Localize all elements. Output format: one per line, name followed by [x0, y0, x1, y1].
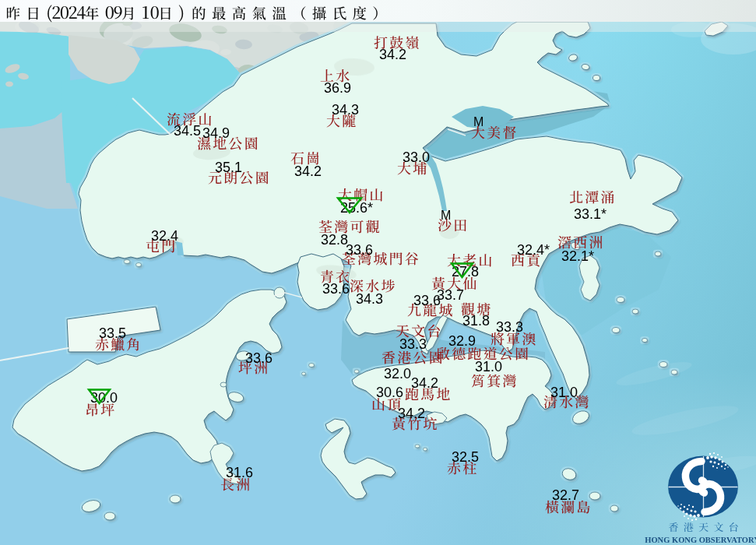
svg-text:32.8: 32.8	[321, 232, 348, 248]
svg-text:34.2: 34.2	[398, 406, 425, 421]
svg-text:33.3: 33.3	[399, 336, 427, 352]
svg-text:31.8: 31.8	[462, 313, 490, 329]
svg-text:31.6: 31.6	[226, 465, 253, 480]
svg-text:33.6: 33.6	[245, 350, 273, 366]
svg-text:33.0: 33.0	[403, 149, 430, 165]
svg-text:32.4*: 32.4*	[517, 242, 550, 258]
svg-text:30.6: 30.6	[376, 385, 403, 400]
svg-text:34.2: 34.2	[294, 164, 322, 179]
svg-text:36.9: 36.9	[324, 80, 351, 96]
svg-text:31.0: 31.0	[550, 385, 578, 400]
svg-text:33.7: 33.7	[437, 287, 464, 303]
svg-text:32.7: 32.7	[552, 487, 579, 503]
svg-text:32.9: 32.9	[448, 333, 476, 349]
svg-text:33.6: 33.6	[413, 293, 441, 308]
svg-text:34.3: 34.3	[356, 291, 383, 307]
svg-text:32.1*: 32.1*	[561, 248, 594, 264]
svg-text:35.1: 35.1	[215, 160, 242, 175]
svg-text:33.6: 33.6	[346, 242, 373, 258]
svg-text:M: M	[441, 209, 451, 222]
svg-text:34.5: 34.5	[174, 123, 201, 139]
svg-text:33.6: 33.6	[322, 281, 350, 297]
svg-text:34.2: 34.2	[411, 375, 438, 391]
svg-text:33.1*: 33.1*	[574, 206, 607, 222]
svg-text:34.3: 34.3	[332, 102, 359, 118]
svg-text:32.0: 32.0	[384, 366, 411, 382]
svg-text:31.0: 31.0	[475, 359, 502, 374]
svg-text:33.3: 33.3	[496, 319, 523, 335]
svg-text:33.5: 33.5	[99, 325, 126, 341]
svg-text:34.2: 34.2	[379, 47, 406, 62]
svg-text:34.9: 34.9	[202, 125, 230, 141]
svg-text:32.5: 32.5	[452, 449, 479, 465]
svg-text:HONG KONG OBSERVATORY: HONG KONG OBSERVATORY	[645, 536, 756, 544]
svg-text:32.4: 32.4	[151, 228, 178, 244]
svg-text:M: M	[473, 115, 483, 128]
